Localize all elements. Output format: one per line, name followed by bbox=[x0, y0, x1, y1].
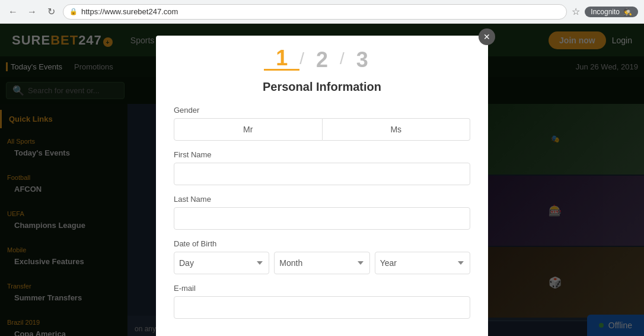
modal-title: Personal Information bbox=[174, 80, 470, 94]
last-name-label: Last Name bbox=[174, 195, 470, 204]
step-3: 3 bbox=[345, 49, 380, 71]
registration-modal: ✕ 1 / 2 / 3 Personal Information Gender … bbox=[156, 36, 488, 336]
step-1: 1 bbox=[264, 47, 299, 71]
dob-label: Date of Birth bbox=[174, 239, 470, 248]
back-button[interactable]: ← bbox=[6, 5, 20, 19]
last-name-input[interactable] bbox=[174, 207, 470, 230]
incognito-indicator: Incognito 🕵 bbox=[585, 7, 638, 17]
gender-label: Gender bbox=[174, 106, 470, 115]
step-divider-2: / bbox=[340, 49, 345, 68]
site-wrapper: SUREBET247+ Sports Live Betting Casino L… bbox=[0, 24, 644, 336]
bookmark-button[interactable]: ☆ bbox=[572, 6, 580, 17]
browser-chrome: ← → ↻ 🔒 https://www.surebet247.com ☆ Inc… bbox=[0, 0, 644, 24]
gender-mr-button[interactable]: Mr bbox=[174, 118, 323, 141]
first-name-label: First Name bbox=[174, 150, 470, 159]
lock-icon: 🔒 bbox=[69, 8, 78, 15]
first-name-input[interactable] bbox=[174, 163, 470, 185]
modal-close-button[interactable]: ✕ bbox=[479, 28, 495, 45]
first-name-group: First Name bbox=[174, 150, 470, 185]
incognito-icon: 🕵 bbox=[623, 8, 632, 16]
address-bar[interactable]: 🔒 https://www.surebet247.com bbox=[63, 4, 567, 20]
reload-button[interactable]: ↻ bbox=[44, 5, 58, 19]
last-name-group: Last Name bbox=[174, 195, 470, 230]
date-row: Day Month Year bbox=[174, 252, 470, 274]
modal-overlay: ✕ 1 / 2 / 3 Personal Information Gender … bbox=[0, 24, 644, 336]
step-2: 2 bbox=[304, 49, 340, 71]
email-label: E-mail bbox=[174, 284, 470, 293]
steps-indicator: 1 / 2 / 3 bbox=[174, 47, 470, 71]
step-divider-1: / bbox=[299, 49, 304, 68]
incognito-label: Incognito bbox=[591, 8, 620, 16]
url-text: https://www.surebet247.com bbox=[81, 7, 178, 16]
year-select[interactable]: Year bbox=[375, 252, 470, 274]
gender-row: Mr Ms bbox=[174, 118, 470, 141]
forward-button[interactable]: → bbox=[25, 5, 39, 19]
email-input[interactable] bbox=[174, 296, 470, 319]
email-group: E-mail bbox=[174, 284, 470, 319]
dob-group: Date of Birth Day Month Year bbox=[174, 239, 470, 274]
gender-ms-button[interactable]: Ms bbox=[323, 118, 471, 141]
day-select[interactable]: Day bbox=[174, 252, 269, 274]
gender-group: Gender Mr Ms bbox=[174, 106, 470, 141]
month-select[interactable]: Month bbox=[274, 252, 369, 274]
